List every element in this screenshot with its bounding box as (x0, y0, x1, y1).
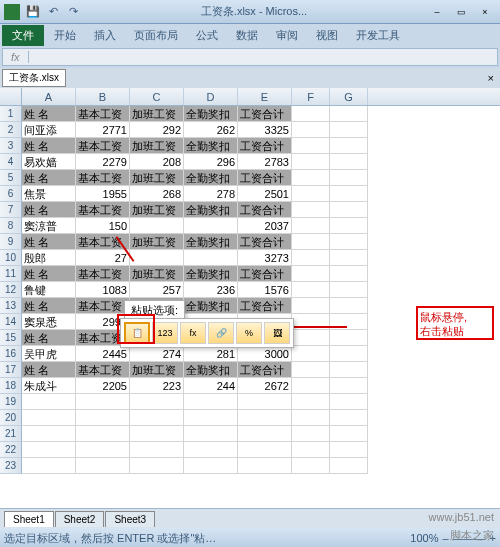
cell[interactable]: 工资合计 (238, 170, 292, 186)
cell[interactable] (330, 266, 368, 282)
cell[interactable]: 全勤奖扣 (184, 170, 238, 186)
cell[interactable] (292, 218, 330, 234)
cell[interactable] (184, 458, 238, 474)
row-header[interactable]: 19 (0, 394, 22, 410)
row-header[interactable]: 7 (0, 202, 22, 218)
table-row[interactable]: 7姓 名基本工资加班工资全勤奖扣工资合计 (0, 202, 500, 218)
minimize-button[interactable]: – (426, 4, 448, 20)
paste-picture-button[interactable]: 🖼 (264, 322, 290, 344)
file-tab[interactable]: 文件 (2, 25, 44, 46)
cell[interactable]: 姓 名 (22, 330, 76, 346)
formula-bar[interactable]: fx (2, 48, 498, 66)
row-header[interactable]: 3 (0, 138, 22, 154)
cell[interactable] (292, 410, 330, 426)
table-row[interactable]: 23 (0, 458, 500, 474)
cell[interactable]: 姓 名 (22, 170, 76, 186)
cell[interactable]: 姓 名 (22, 266, 76, 282)
select-all-corner[interactable] (0, 88, 22, 105)
cell[interactable]: 296 (184, 154, 238, 170)
redo-icon[interactable]: ↷ (64, 3, 82, 21)
cell[interactable]: 鲁键 (22, 282, 76, 298)
cell[interactable]: 3000 (238, 346, 292, 362)
workbook-name[interactable]: 工资条.xlsx (2, 69, 66, 87)
cell[interactable] (330, 346, 368, 362)
paste-link-button[interactable]: 🔗 (208, 322, 234, 344)
workbook-close-icon[interactable]: × (484, 72, 498, 84)
cell[interactable] (76, 426, 130, 442)
cell[interactable]: 窦泉悉 (22, 314, 76, 330)
cell[interactable] (292, 394, 330, 410)
cell[interactable]: 全勤奖扣 (184, 202, 238, 218)
cell[interactable] (292, 202, 330, 218)
cell[interactable]: 姓 名 (22, 362, 76, 378)
cell[interactable] (22, 394, 76, 410)
cell[interactable] (330, 394, 368, 410)
cell[interactable] (292, 122, 330, 138)
cell[interactable]: 268 (130, 186, 184, 202)
sheet-tab-1[interactable]: Sheet1 (4, 511, 54, 527)
cell[interactable]: 焦景 (22, 186, 76, 202)
cell[interactable] (292, 346, 330, 362)
cell[interactable] (22, 458, 76, 474)
cell[interactable]: 基本工资 (76, 362, 130, 378)
col-header-b[interactable]: B (76, 88, 130, 105)
cell[interactable] (330, 410, 368, 426)
cell[interactable]: 工资合计 (238, 138, 292, 154)
cell[interactable]: 加班工资 (130, 202, 184, 218)
cell[interactable]: 基本工资 (76, 170, 130, 186)
cell[interactable] (76, 442, 130, 458)
cell[interactable]: 2672 (238, 378, 292, 394)
table-row[interactable]: 11姓 名基本工资加班工资全勤奖扣工资合计 (0, 266, 500, 282)
table-row[interactable]: 9姓 名基本工资加班工资全勤奖扣工资合计 (0, 234, 500, 250)
cell[interactable] (76, 410, 130, 426)
cell[interactable]: 278 (184, 186, 238, 202)
tab-view[interactable]: 视图 (308, 25, 346, 46)
cell[interactable] (130, 394, 184, 410)
cell[interactable]: 加班工资 (130, 170, 184, 186)
cell[interactable] (292, 330, 330, 346)
cell[interactable] (330, 106, 368, 122)
cell[interactable]: 工资合计 (238, 202, 292, 218)
cell[interactable] (76, 394, 130, 410)
cell[interactable] (330, 458, 368, 474)
cell[interactable]: 基本工资 (76, 298, 130, 314)
cell[interactable] (130, 410, 184, 426)
cell[interactable] (330, 122, 368, 138)
cell[interactable]: 全勤奖扣 (184, 266, 238, 282)
cell[interactable]: 基本工资 (76, 266, 130, 282)
cell[interactable]: 2783 (238, 154, 292, 170)
cell[interactable]: 朱成斗 (22, 378, 76, 394)
cell[interactable] (292, 138, 330, 154)
cell[interactable]: 工资合计 (238, 298, 292, 314)
cell[interactable] (330, 154, 368, 170)
row-header[interactable]: 9 (0, 234, 22, 250)
col-header-d[interactable]: D (184, 88, 238, 105)
cell[interactable] (330, 234, 368, 250)
table-row[interactable]: 18朱成斗22052232442672 (0, 378, 500, 394)
table-row[interactable]: 17姓 名基本工资加班工资全勤奖扣工资合计 (0, 362, 500, 378)
cell[interactable] (330, 378, 368, 394)
row-header[interactable]: 10 (0, 250, 22, 266)
cell[interactable] (76, 458, 130, 474)
row-header[interactable]: 14 (0, 314, 22, 330)
cell[interactable]: 姓 名 (22, 106, 76, 122)
cell[interactable] (130, 426, 184, 442)
tab-insert[interactable]: 插入 (86, 25, 124, 46)
row-header[interactable]: 21 (0, 426, 22, 442)
table-row[interactable]: 8窦涼普1502037 (0, 218, 500, 234)
table-row[interactable]: 2间亚添27712922623325 (0, 122, 500, 138)
cell[interactable] (292, 250, 330, 266)
save-icon[interactable]: 💾 (24, 3, 42, 21)
col-header-c[interactable]: C (130, 88, 184, 105)
sheet-tab-2[interactable]: Sheet2 (55, 511, 105, 527)
cell[interactable]: 基本工资 (76, 138, 130, 154)
cell[interactable]: 208 (130, 154, 184, 170)
row-header[interactable]: 4 (0, 154, 22, 170)
row-header[interactable]: 1 (0, 106, 22, 122)
row-header[interactable]: 16 (0, 346, 22, 362)
cell[interactable]: 基本工资 (76, 106, 130, 122)
cell[interactable]: 姓 名 (22, 298, 76, 314)
table-row[interactable]: 3姓 名基本工资加班工资全勤奖扣工资合计 (0, 138, 500, 154)
zoom-out-button[interactable]: – (442, 532, 448, 544)
cell[interactable] (330, 330, 368, 346)
